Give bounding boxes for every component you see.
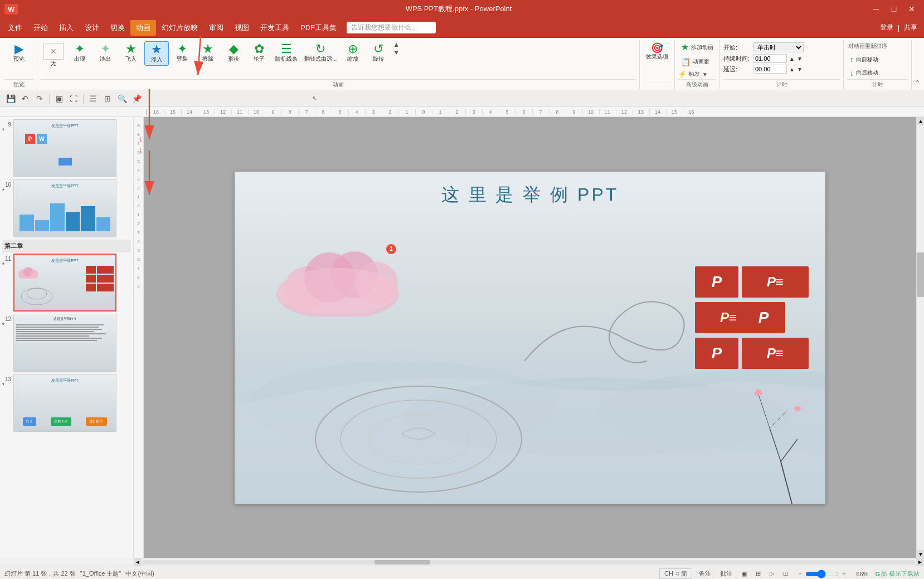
preview-window-button[interactable]: ▣: [53, 93, 65, 105]
zoom-slider[interactable]: [805, 572, 839, 576]
menu-design[interactable]: 设计: [79, 20, 105, 36]
save-button-qa[interactable]: 💾: [4, 93, 17, 105]
redo-button[interactable]: ↷: [33, 93, 46, 105]
close-button[interactable]: ✕: [904, 3, 920, 15]
menu-transition[interactable]: 切换: [105, 20, 130, 36]
hscroll-thumb[interactable]: [375, 560, 430, 565]
anim-shape-label: 形状: [228, 55, 239, 63]
view-reading-button[interactable]: ▷: [767, 569, 776, 578]
forward-button[interactable]: ↑ 向前移动: [847, 53, 881, 66]
menu-view[interactable]: 视图: [229, 20, 255, 36]
slide-item-12[interactable]: 12 * 这是是平辞PPT: [2, 314, 131, 372]
minimize-button[interactable]: ─: [868, 3, 884, 15]
view-normal-button[interactable]: ▣: [739, 569, 749, 578]
delay-up[interactable]: ▲: [789, 66, 795, 72]
menu-file[interactable]: 文件: [2, 20, 28, 36]
comment-button[interactable]: 备注: [697, 568, 713, 579]
scroll-shape-bottom[interactable]: [313, 361, 524, 495]
backward-button[interactable]: ↓ 向后移动: [847, 67, 881, 79]
anim-fade[interactable]: ✦ 淡出: [93, 41, 118, 65]
maximize-button[interactable]: □: [886, 3, 902, 15]
anim-random[interactable]: ☰ 随机线条: [273, 41, 300, 65]
view-slideshow-button[interactable]: ⊡: [781, 569, 790, 578]
preview-button[interactable]: ▶ 预览: [4, 41, 33, 65]
zoom-controls[interactable]: － ＋: [795, 568, 849, 579]
anim-flyin[interactable]: ★ 飞入: [119, 41, 143, 65]
menu-review[interactable]: 审阅: [203, 20, 229, 36]
anim-floatin[interactable]: ★ 浮入: [144, 41, 169, 66]
anim-appear[interactable]: ✦ 出现: [67, 41, 92, 65]
duration-up[interactable]: ▲: [789, 56, 795, 62]
menu-insert[interactable]: 插入: [54, 20, 79, 36]
anim-split[interactable]: ✦ 劈裂: [170, 41, 194, 65]
menu-pdf[interactable]: PDF工具集: [295, 20, 342, 36]
search-bar[interactable]: 告诉我您想要做什么...: [347, 22, 436, 33]
anim-zoom[interactable]: ⊕ 缩放: [341, 41, 365, 65]
share-button[interactable]: 共享: [904, 23, 917, 32]
menu-start[interactable]: 开始: [28, 20, 54, 36]
login-button[interactable]: 登录: [880, 23, 893, 32]
delay-input[interactable]: [753, 65, 787, 74]
hscroll-left[interactable]: ◄: [134, 558, 142, 566]
anim-none[interactable]: ✕ 无: [41, 41, 66, 69]
slide-item-13[interactable]: 13 * 发是是平辞PPT 打开 添加卡片. 进行操作.: [2, 374, 131, 432]
scroll-shape-top[interactable]: [513, 294, 692, 406]
p-logo-2: P≡: [767, 274, 784, 290]
anim-wheel[interactable]: ✿ 轮子: [247, 41, 271, 65]
svg-point-17: [759, 392, 762, 395]
slide-panel: 9 * 发是是平辞PPT P W: [0, 117, 134, 558]
qa-extra3[interactable]: 🔍: [116, 93, 128, 105]
anim-scroll-down[interactable]: ▼: [393, 49, 400, 56]
menu-developer[interactable]: 开发工具: [255, 20, 295, 36]
duration-row: 持续时间: ▲ ▼: [723, 54, 803, 63]
effect-options-button[interactable]: 🎯 效果选项: [643, 41, 671, 62]
menu-slideshow[interactable]: 幻灯片放映: [156, 20, 203, 36]
anim-zoom-flip[interactable]: ↻ 翻转式由远...: [301, 41, 339, 65]
delay-down[interactable]: ▼: [797, 66, 803, 72]
duration-input[interactable]: [753, 54, 787, 63]
qa-extra2[interactable]: ⊞: [101, 93, 114, 105]
vertical-scrollbar[interactable]: ▲ ▼: [916, 117, 924, 558]
slide-thumb-9[interactable]: 发是是平辞PPT P W: [13, 119, 116, 177]
qa-extra4[interactable]: 📌: [130, 93, 143, 105]
add-animation-button[interactable]: ★ 添加动画: [678, 41, 716, 53]
slide-item-9[interactable]: 9 * 发是是平辞PPT P W: [2, 119, 131, 177]
anim-wipe[interactable]: ★ 擦除: [196, 41, 220, 65]
anim-scroll-up[interactable]: ▲: [393, 41, 400, 48]
review-button[interactable]: 批注: [718, 568, 735, 579]
vscroll-thumb[interactable]: [917, 252, 924, 297]
hscroll-right[interactable]: ►: [916, 558, 924, 566]
qa-extra1[interactable]: ☰: [87, 93, 99, 105]
hscroll-track[interactable]: [143, 560, 915, 565]
menu-animation[interactable]: 动画: [130, 20, 156, 36]
anim-fade-label: 淡出: [100, 55, 111, 63]
fullscreen-button[interactable]: ⛶: [67, 93, 80, 105]
star-mark-9: *: [2, 128, 11, 134]
slide-item-10[interactable]: 10 * 发是是平辞PPT: [2, 179, 131, 237]
undo-button[interactable]: ↶: [19, 93, 31, 105]
horizontal-scrollbar[interactable]: ◄ ►: [134, 558, 924, 566]
ribbon-expand-button[interactable]: ⌃: [913, 77, 922, 89]
start-row: 开始: 单击时: [723, 42, 804, 52]
start-select[interactable]: 单击时: [753, 42, 804, 52]
anim-shape[interactable]: ◆ 形状: [221, 41, 246, 65]
anim-rotate[interactable]: ↺ 旋转: [366, 41, 391, 65]
duration-down[interactable]: ▼: [797, 56, 803, 62]
slide-canvas[interactable]: 这 里 是 举 例 PPT 1: [235, 172, 825, 504]
slide-thumb-13[interactable]: 发是是平辞PPT 打开 添加卡片. 进行操作.: [13, 374, 116, 432]
canvas-area[interactable]: 这 里 是 举 例 PPT 1: [144, 117, 916, 558]
cloud-shape[interactable]: [274, 239, 402, 317]
slide-thumb-10[interactable]: 发是是平辞PPT: [13, 179, 116, 237]
slide-thumb-11[interactable]: 发是是平辞PPT: [13, 254, 116, 312]
slide-item-11[interactable]: 11 * 发是是平辞PPT: [2, 254, 131, 312]
slide-thumb-bg-11: 发是是平辞PPT: [14, 255, 115, 310]
vscroll-down[interactable]: ▼: [917, 550, 924, 558]
icon-cell-2: P≡: [742, 266, 809, 298]
animation-panel-button[interactable]: 📋 动画窗: [678, 56, 712, 68]
view-sorter-button[interactable]: ⊞: [753, 569, 763, 578]
trigger-label[interactable]: 触发: [689, 70, 700, 78]
slide-thumb-12[interactable]: 这是是平辞PPT: [13, 314, 116, 372]
vscroll-track[interactable]: [917, 125, 924, 550]
vscroll-up[interactable]: ▲: [917, 117, 924, 125]
slide-10-chart: [20, 201, 110, 231]
